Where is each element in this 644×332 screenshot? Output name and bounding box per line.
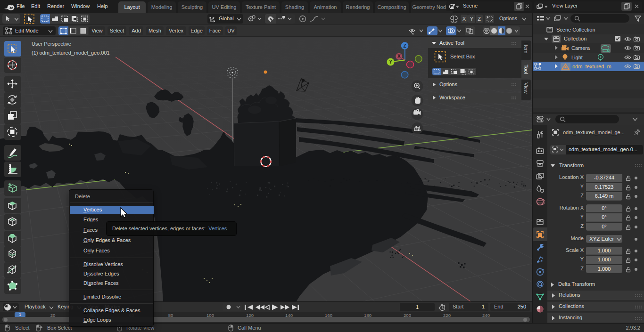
svg-text:Z: Z <box>403 43 406 49</box>
svg-text:X: X <box>397 54 401 59</box>
svg-text:Y: Y <box>389 59 392 65</box>
